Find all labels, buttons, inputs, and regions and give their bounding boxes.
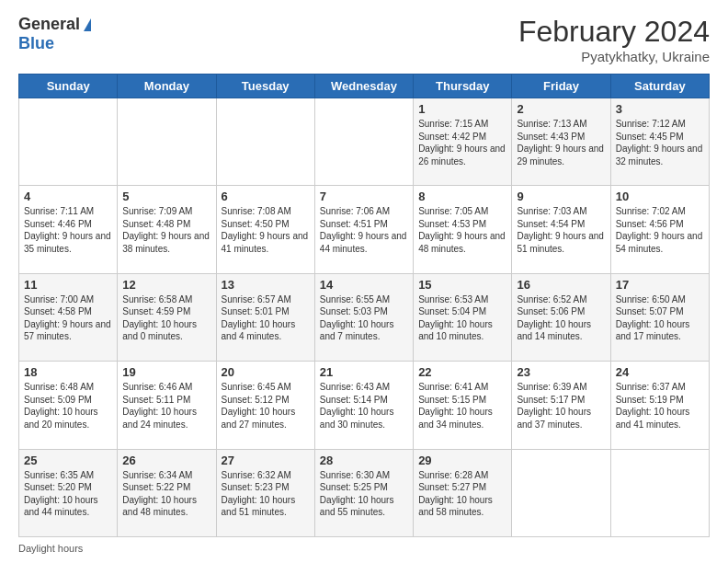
day-number: 4 [24,190,112,203]
logo-triangle-icon [84,18,91,31]
day-number: 14 [320,278,408,292]
table-row [216,98,314,186]
day-info: Sunrise: 6:48 AM Sunset: 5:09 PM Dayligh… [24,381,112,431]
day-number: 23 [517,365,605,379]
day-number: 18 [24,365,112,379]
table-row: 6Sunrise: 7:08 AM Sunset: 4:50 PM Daylig… [216,186,314,273]
calendar-week-row: 18Sunrise: 6:48 AM Sunset: 5:09 PM Dayli… [19,362,710,449]
header-saturday: Saturday [610,75,709,98]
calendar-week-row: 25Sunrise: 6:35 AM Sunset: 5:20 PM Dayli… [19,449,710,536]
day-number: 21 [320,365,408,379]
header-wednesday: Wednesday [314,75,413,98]
logo-blue-text: Blue [18,34,54,53]
day-info: Sunrise: 6:32 AM Sunset: 5:23 PM Dayligh… [222,469,310,519]
table-row: 8Sunrise: 7:05 AM Sunset: 4:53 PM Daylig… [414,186,512,273]
day-number: 7 [320,190,408,203]
day-info: Sunrise: 6:39 AM Sunset: 5:17 PM Dayligh… [517,381,605,431]
day-number: 29 [418,454,506,467]
day-info: Sunrise: 7:00 AM Sunset: 4:58 PM Dayligh… [24,293,112,343]
day-info: Sunrise: 6:58 AM Sunset: 4:59 PM Dayligh… [122,293,210,343]
table-row: 9Sunrise: 7:03 AM Sunset: 4:54 PM Daylig… [512,186,610,273]
daylight-hours-label: Daylight hours [18,543,83,554]
table-row: 12Sunrise: 6:58 AM Sunset: 4:59 PM Dayli… [118,273,216,361]
table-row: 4Sunrise: 7:11 AM Sunset: 4:46 PM Daylig… [19,186,118,273]
table-row: 13Sunrise: 6:57 AM Sunset: 5:01 PM Dayli… [216,273,314,361]
day-info: Sunrise: 6:45 AM Sunset: 5:12 PM Dayligh… [222,381,310,431]
day-info: Sunrise: 6:55 AM Sunset: 5:03 PM Dayligh… [320,293,408,343]
day-info: Sunrise: 6:43 AM Sunset: 5:14 PM Dayligh… [320,381,408,431]
day-info: Sunrise: 7:06 AM Sunset: 4:51 PM Dayligh… [320,205,408,255]
days-header-row: Sunday Monday Tuesday Wednesday Thursday… [19,75,710,98]
table-row: 26Sunrise: 6:34 AM Sunset: 5:22 PM Dayli… [118,449,216,536]
header: General Blue February 2024 Pyatykhatky, … [18,15,710,64]
title-section: February 2024 Pyatykhatky, Ukraine [518,15,710,64]
table-row [19,98,118,186]
table-row: 22Sunrise: 6:41 AM Sunset: 5:15 PM Dayli… [414,362,512,449]
table-row: 1Sunrise: 7:15 AM Sunset: 4:42 PM Daylig… [414,98,512,186]
table-row: 25Sunrise: 6:35 AM Sunset: 5:20 PM Dayli… [19,449,118,536]
day-number: 12 [122,278,210,292]
day-info: Sunrise: 7:02 AM Sunset: 4:56 PM Dayligh… [616,205,704,255]
day-info: Sunrise: 6:30 AM Sunset: 5:25 PM Dayligh… [320,469,408,519]
day-number: 3 [616,102,704,116]
table-row [512,449,610,536]
day-number: 10 [616,190,704,203]
table-row [610,449,709,536]
table-row: 17Sunrise: 6:50 AM Sunset: 5:07 PM Dayli… [610,273,709,361]
table-row: 5Sunrise: 7:09 AM Sunset: 4:48 PM Daylig… [118,186,216,273]
day-info: Sunrise: 6:46 AM Sunset: 5:11 PM Dayligh… [122,381,210,431]
day-number: 26 [122,454,210,467]
day-info: Sunrise: 7:11 AM Sunset: 4:46 PM Dayligh… [24,205,112,255]
day-info: Sunrise: 6:34 AM Sunset: 5:22 PM Dayligh… [122,469,210,519]
header-monday: Monday [118,75,216,98]
day-info: Sunrise: 6:37 AM Sunset: 5:19 PM Dayligh… [616,381,704,431]
table-row: 20Sunrise: 6:45 AM Sunset: 5:12 PM Dayli… [216,362,314,449]
calendar-week-row: 11Sunrise: 7:00 AM Sunset: 4:58 PM Dayli… [19,273,710,361]
day-number: 19 [122,365,210,379]
day-number: 16 [517,278,605,292]
page: General Blue February 2024 Pyatykhatky, … [0,0,728,563]
table-row: 16Sunrise: 6:52 AM Sunset: 5:06 PM Dayli… [512,273,610,361]
table-row: 15Sunrise: 6:53 AM Sunset: 5:04 PM Dayli… [414,273,512,361]
month-year: February 2024 [518,15,710,49]
day-number: 5 [122,190,210,203]
day-number: 24 [616,365,704,379]
table-row: 18Sunrise: 6:48 AM Sunset: 5:09 PM Dayli… [19,362,118,449]
day-number: 17 [616,278,704,292]
day-number: 22 [418,365,506,379]
table-row: 3Sunrise: 7:12 AM Sunset: 4:45 PM Daylig… [610,98,709,186]
day-info: Sunrise: 6:41 AM Sunset: 5:15 PM Dayligh… [418,381,506,431]
day-info: Sunrise: 6:57 AM Sunset: 5:01 PM Dayligh… [222,293,310,343]
footer: Daylight hours [18,543,710,554]
header-tuesday: Tuesday [216,75,314,98]
table-row [118,98,216,186]
calendar-week-row: 1Sunrise: 7:15 AM Sunset: 4:42 PM Daylig… [19,98,710,186]
day-number: 20 [222,365,310,379]
logo: General Blue [18,15,91,53]
table-row: 27Sunrise: 6:32 AM Sunset: 5:23 PM Dayli… [216,449,314,536]
table-row: 21Sunrise: 6:43 AM Sunset: 5:14 PM Dayli… [314,362,413,449]
table-row: 23Sunrise: 6:39 AM Sunset: 5:17 PM Dayli… [512,362,610,449]
day-info: Sunrise: 6:53 AM Sunset: 5:04 PM Dayligh… [418,293,506,343]
header-thursday: Thursday [414,75,512,98]
day-info: Sunrise: 7:13 AM Sunset: 4:43 PM Dayligh… [517,118,605,167]
day-info: Sunrise: 7:08 AM Sunset: 4:50 PM Dayligh… [222,205,310,255]
table-row: 29Sunrise: 6:28 AM Sunset: 5:27 PM Dayli… [414,449,512,536]
table-row: 14Sunrise: 6:55 AM Sunset: 5:03 PM Dayli… [314,273,413,361]
day-number: 9 [517,190,605,203]
day-info: Sunrise: 7:15 AM Sunset: 4:42 PM Dayligh… [418,118,506,167]
day-info: Sunrise: 7:12 AM Sunset: 4:45 PM Dayligh… [616,118,704,167]
day-number: 13 [222,278,310,292]
calendar-table: Sunday Monday Tuesday Wednesday Thursday… [18,74,710,537]
location: Pyatykhatky, Ukraine [518,49,710,64]
day-info: Sunrise: 7:03 AM Sunset: 4:54 PM Dayligh… [517,205,605,255]
day-number: 28 [320,454,408,467]
day-number: 2 [517,102,605,116]
table-row: 24Sunrise: 6:37 AM Sunset: 5:19 PM Dayli… [610,362,709,449]
table-row: 11Sunrise: 7:00 AM Sunset: 4:58 PM Dayli… [19,273,118,361]
day-info: Sunrise: 7:05 AM Sunset: 4:53 PM Dayligh… [418,205,506,255]
header-sunday: Sunday [19,75,118,98]
day-info: Sunrise: 6:52 AM Sunset: 5:06 PM Dayligh… [517,293,605,343]
day-number: 11 [24,278,112,292]
calendar-week-row: 4Sunrise: 7:11 AM Sunset: 4:46 PM Daylig… [19,186,710,273]
